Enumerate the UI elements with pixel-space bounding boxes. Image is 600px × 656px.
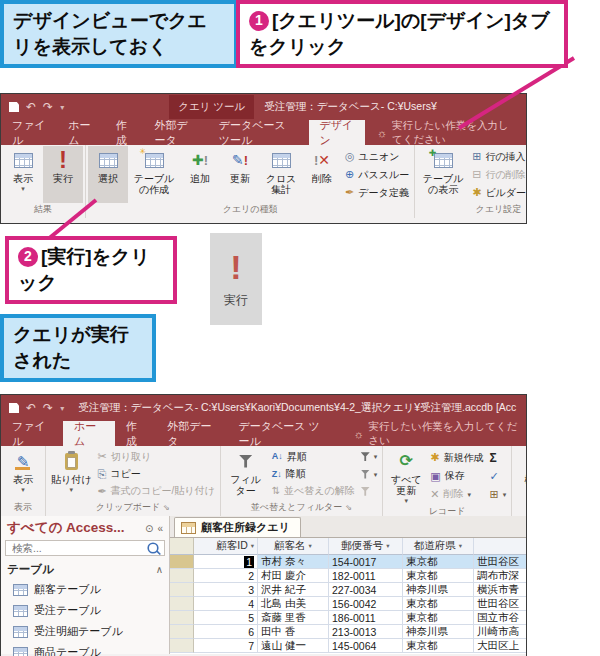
- copy-button[interactable]: コピー: [94, 466, 217, 483]
- save-icon[interactable]: [9, 102, 19, 112]
- tab-design[interactable]: デザイン: [309, 120, 365, 145]
- chevron-down-icon: ▾: [374, 471, 378, 479]
- clear-sort-button[interactable]: 並べ替えの解除: [269, 483, 358, 500]
- make-table-button[interactable]: テーブルの作成: [128, 146, 180, 203]
- select-all-corner[interactable]: [170, 538, 194, 555]
- tab-home[interactable]: ホーム: [57, 120, 105, 145]
- column-header-customer-name[interactable]: 顧客名▾: [258, 538, 329, 555]
- tab-external-data[interactable]: 外部データ: [144, 120, 208, 145]
- record-selector[interactable]: [170, 639, 194, 653]
- data-definition-button[interactable]: データ定義: [342, 184, 412, 201]
- format-painter-button[interactable]: 書式のコピー/貼り付け: [94, 483, 217, 500]
- group-collapse-icon[interactable]: ∧: [156, 564, 163, 575]
- paste-button[interactable]: 貼り付け ▾: [48, 447, 94, 501]
- sort-dropdown-icon[interactable]: ▾: [459, 542, 462, 550]
- tab-file[interactable]: ファイル: [1, 120, 57, 145]
- sort-dropdown-icon[interactable]: ▾: [251, 542, 254, 550]
- delete-query-button[interactable]: 削除: [302, 146, 342, 203]
- tab-file[interactable]: ファイル: [1, 421, 63, 446]
- record-selector[interactable]: [170, 597, 194, 611]
- passthrough-button[interactable]: パススルー: [342, 166, 412, 183]
- tell-me-box[interactable]: ☼ 実行したい作業を入力してください: [369, 120, 526, 145]
- qat-customize-icon[interactable]: ▾: [60, 404, 64, 413]
- record-selector[interactable]: [170, 611, 194, 625]
- tab-database-tools[interactable]: データベース ツール: [227, 421, 341, 446]
- sort-dropdown-icon[interactable]: ▾: [386, 542, 389, 550]
- nav-search-box[interactable]: [5, 540, 165, 556]
- qat-customize-icon[interactable]: ▾: [60, 103, 64, 112]
- delete-record-button[interactable]: 削除 ▾: [427, 486, 486, 503]
- column-header-prefecture[interactable]: 都道府県▾: [403, 538, 474, 555]
- nav-collapse-icon[interactable]: «: [157, 523, 163, 534]
- group-views: 表示 ▾ 表示: [1, 446, 46, 516]
- column-header-postal-code[interactable]: 郵便番号▾: [329, 538, 403, 555]
- spelling-check-icon: [489, 471, 498, 482]
- record-selector[interactable]: [170, 625, 194, 639]
- redo-icon[interactable]: [43, 402, 53, 414]
- tab-external-data[interactable]: 外部データ: [156, 421, 227, 446]
- nav-item-customer-table[interactable]: 顧客テーブル: [1, 579, 169, 600]
- advanced-filter-options-button[interactable]: ▾: [358, 466, 381, 483]
- undo-icon[interactable]: [26, 101, 36, 113]
- union-icon: [345, 151, 355, 162]
- advanced-filter-button[interactable]: ▾: [358, 448, 381, 465]
- column-header-customer-id[interactable]: 顧客ID▾: [194, 538, 258, 555]
- nav-item-order-table[interactable]: 受注テーブル: [1, 600, 169, 621]
- tab-create[interactable]: 作成: [105, 120, 144, 145]
- record-selector[interactable]: [170, 583, 194, 597]
- new-record-button[interactable]: 新規作成: [427, 449, 486, 466]
- dialog-launcher-icon[interactable]: ⇘: [345, 503, 352, 512]
- union-button[interactable]: ユニオン: [342, 148, 412, 165]
- nav-menu-icon[interactable]: ⊙: [145, 523, 153, 534]
- table-row[interactable]: 1 市村 奈々 154-0017 東京都 世田谷区: [170, 555, 526, 569]
- nav-item-product-table[interactable]: 商品テーブル: [1, 642, 169, 656]
- append-query-button[interactable]: 追加: [180, 146, 220, 203]
- save-record-button[interactable]: 保存: [427, 468, 486, 485]
- table-row[interactable]: 6 田中 香 213-0013 神奈川県 川崎市高: [170, 625, 526, 639]
- record-selector[interactable]: [170, 569, 194, 583]
- insert-rows-button[interactable]: 行の挿入: [469, 148, 527, 165]
- spelling-button[interactable]: [486, 468, 509, 485]
- run-button-enlarged[interactable]: ! 実行: [210, 233, 262, 325]
- undo-icon[interactable]: [26, 402, 36, 414]
- save-icon[interactable]: [9, 403, 19, 413]
- tab-create[interactable]: 作成: [115, 421, 157, 446]
- search-input[interactable]: [10, 541, 142, 555]
- table-row[interactable]: 5 斎藤 里香 186-0011 東京都 国立市谷: [170, 611, 526, 625]
- sort-ascending-button[interactable]: 昇順: [269, 448, 358, 465]
- run-button[interactable]: 実行: [43, 146, 83, 203]
- refresh-all-button[interactable]: すべて更新 ▾: [385, 447, 427, 505]
- document-tab-query[interactable]: 顧客住所録クエリ: [174, 517, 301, 537]
- toggle-filter-button[interactable]: [358, 483, 381, 500]
- view-button[interactable]: 表示 ▾: [3, 146, 43, 203]
- select-query-button[interactable]: 選択: [88, 146, 128, 203]
- sort-dropdown-icon[interactable]: ▾: [309, 542, 312, 550]
- window-title: 受注管理：データベース- C:¥Users¥Kaori¥Documents¥4-…: [78, 401, 516, 415]
- filter-button[interactable]: フィルター: [223, 447, 269, 501]
- dialog-launcher-icon[interactable]: ⇘: [163, 503, 170, 512]
- table-row[interactable]: 3 沢井 紀子 227-0034 神奈川県 横浜市青: [170, 583, 526, 597]
- table-row[interactable]: 7 遠山 健一 145-0064 東京都 大田区上: [170, 639, 526, 653]
- record-selector[interactable]: [170, 555, 194, 569]
- builder-button[interactable]: ビルダー: [469, 184, 527, 201]
- tab-home[interactable]: ホーム: [63, 421, 115, 446]
- sort-descending-button[interactable]: 降順: [269, 466, 358, 483]
- crosstab-query-button[interactable]: クロス集計: [260, 146, 302, 203]
- column-header-address[interactable]: [474, 538, 526, 555]
- cut-button[interactable]: 切り取り: [94, 448, 217, 465]
- find-button[interactable]: 検索: [514, 447, 527, 501]
- table-row[interactable]: 4 北島 由美 156-0042 東京都 世田谷区: [170, 597, 526, 611]
- tell-me-box[interactable]: ☼ 実行したい作業を入力してください: [345, 421, 526, 446]
- totals-button[interactable]: [486, 449, 509, 466]
- show-table-button[interactable]: テーブルの表示: [417, 146, 469, 203]
- nav-item-order-detail-table[interactable]: 受注明細テーブル: [1, 621, 169, 642]
- nav-pane-header[interactable]: すべての Access... ⊙ «: [1, 516, 169, 540]
- more-button[interactable]: ▾: [486, 486, 509, 503]
- nav-group-tables[interactable]: テーブル ∧: [1, 560, 169, 579]
- delete-rows-button[interactable]: 行の削除: [469, 166, 527, 183]
- update-query-button[interactable]: 更新: [220, 146, 260, 203]
- redo-icon[interactable]: [43, 101, 53, 113]
- table-row[interactable]: 2 村田 慶介 182-0011 東京都 調布市深: [170, 569, 526, 583]
- view-button[interactable]: 表示 ▾: [3, 447, 43, 501]
- tab-database-tools[interactable]: データベース ツール: [208, 120, 309, 145]
